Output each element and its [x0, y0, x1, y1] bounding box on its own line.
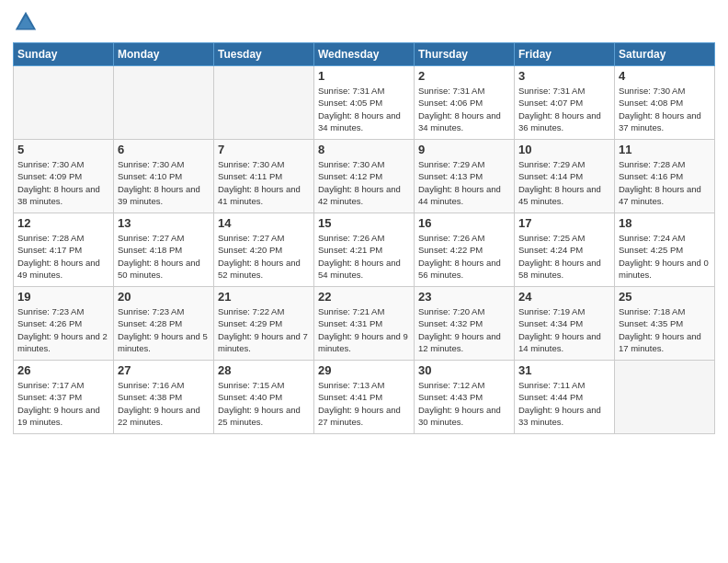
day-number: 19: [17, 290, 109, 304]
day-number: 12: [17, 216, 109, 230]
day-info: Sunrise: 7:19 AM Sunset: 4:34 PM Dayligh…: [518, 305, 610, 354]
day-number: 30: [418, 363, 510, 377]
day-info: Sunrise: 7:13 AM Sunset: 4:41 PM Dayligh…: [318, 379, 410, 428]
calendar-cell: 3Sunrise: 7:31 AM Sunset: 4:07 PM Daylig…: [515, 66, 615, 140]
calendar-cell: 24Sunrise: 7:19 AM Sunset: 4:34 PM Dayli…: [515, 287, 615, 361]
calendar-cell: 11Sunrise: 7:28 AM Sunset: 4:16 PM Dayli…: [615, 140, 715, 213]
calendar-cell: [114, 66, 214, 140]
calendar-cell: 8Sunrise: 7:30 AM Sunset: 4:12 PM Daylig…: [314, 140, 415, 213]
calendar-cell: 15Sunrise: 7:26 AM Sunset: 4:21 PM Dayli…: [314, 213, 415, 287]
day-number: 3: [518, 69, 610, 83]
calendar-cell: [615, 361, 715, 434]
day-number: 21: [218, 290, 310, 304]
day-number: 7: [218, 143, 310, 156]
calendar-cell: 27Sunrise: 7:16 AM Sunset: 4:38 PM Dayli…: [114, 361, 214, 434]
day-number: 28: [218, 363, 310, 377]
day-number: 25: [619, 290, 711, 304]
header: [13, 9, 715, 35]
calendar-cell: 2Sunrise: 7:31 AM Sunset: 4:06 PM Daylig…: [415, 66, 515, 140]
day-number: 13: [118, 216, 210, 230]
calendar-week-row: 12Sunrise: 7:28 AM Sunset: 4:17 PM Dayli…: [14, 213, 715, 287]
calendar-cell: 13Sunrise: 7:27 AM Sunset: 4:18 PM Dayli…: [114, 213, 214, 287]
calendar-cell: 22Sunrise: 7:21 AM Sunset: 4:31 PM Dayli…: [314, 287, 415, 361]
calendar-cell: 30Sunrise: 7:12 AM Sunset: 4:43 PM Dayli…: [415, 361, 515, 434]
day-info: Sunrise: 7:12 AM Sunset: 4:43 PM Dayligh…: [418, 379, 510, 428]
day-info: Sunrise: 7:26 AM Sunset: 4:21 PM Dayligh…: [318, 232, 410, 281]
calendar-cell: 17Sunrise: 7:25 AM Sunset: 4:24 PM Dayli…: [515, 213, 615, 287]
day-number: 29: [318, 363, 410, 377]
day-info: Sunrise: 7:30 AM Sunset: 4:11 PM Dayligh…: [218, 158, 310, 207]
calendar-cell: 31Sunrise: 7:11 AM Sunset: 4:44 PM Dayli…: [515, 361, 615, 434]
day-info: Sunrise: 7:25 AM Sunset: 4:24 PM Dayligh…: [518, 232, 610, 281]
day-info: Sunrise: 7:30 AM Sunset: 4:12 PM Dayligh…: [318, 158, 410, 207]
calendar-day-header: Saturday: [615, 43, 715, 66]
day-number: 9: [418, 143, 510, 156]
calendar-cell: [214, 66, 314, 140]
calendar-cell: 14Sunrise: 7:27 AM Sunset: 4:20 PM Dayli…: [214, 213, 314, 287]
calendar-day-header: Thursday: [415, 43, 515, 66]
day-number: 10: [518, 143, 610, 156]
day-number: 31: [518, 363, 610, 377]
calendar-cell: 19Sunrise: 7:23 AM Sunset: 4:26 PM Dayli…: [14, 287, 114, 361]
day-info: Sunrise: 7:29 AM Sunset: 4:14 PM Dayligh…: [518, 158, 610, 207]
calendar-cell: 29Sunrise: 7:13 AM Sunset: 4:41 PM Dayli…: [314, 361, 415, 434]
calendar-cell: 20Sunrise: 7:23 AM Sunset: 4:28 PM Dayli…: [114, 287, 214, 361]
calendar-cell: 26Sunrise: 7:17 AM Sunset: 4:37 PM Dayli…: [14, 361, 114, 434]
calendar-cell: 23Sunrise: 7:20 AM Sunset: 4:32 PM Dayli…: [415, 287, 515, 361]
calendar-week-row: 1Sunrise: 7:31 AM Sunset: 4:05 PM Daylig…: [14, 66, 715, 140]
day-info: Sunrise: 7:23 AM Sunset: 4:26 PM Dayligh…: [17, 305, 109, 354]
calendar-cell: 18Sunrise: 7:24 AM Sunset: 4:25 PM Dayli…: [615, 213, 715, 287]
calendar-day-header: Sunday: [14, 43, 114, 66]
day-info: Sunrise: 7:28 AM Sunset: 4:16 PM Dayligh…: [619, 158, 711, 207]
day-number: 14: [218, 216, 310, 230]
day-info: Sunrise: 7:16 AM Sunset: 4:38 PM Dayligh…: [118, 379, 210, 428]
calendar-header-row: SundayMondayTuesdayWednesdayThursdayFrid…: [14, 43, 715, 66]
day-info: Sunrise: 7:30 AM Sunset: 4:10 PM Dayligh…: [118, 158, 210, 207]
calendar-cell: 12Sunrise: 7:28 AM Sunset: 4:17 PM Dayli…: [14, 213, 114, 287]
calendar-cell: 9Sunrise: 7:29 AM Sunset: 4:13 PM Daylig…: [415, 140, 515, 213]
logo-icon: [13, 9, 39, 35]
day-info: Sunrise: 7:24 AM Sunset: 4:25 PM Dayligh…: [619, 232, 711, 281]
day-number: 27: [118, 363, 210, 377]
page-container: SundayMondayTuesdayWednesdayThursdayFrid…: [0, 0, 728, 563]
calendar-cell: 6Sunrise: 7:30 AM Sunset: 4:10 PM Daylig…: [114, 140, 214, 213]
day-info: Sunrise: 7:22 AM Sunset: 4:29 PM Dayligh…: [218, 305, 310, 354]
day-info: Sunrise: 7:23 AM Sunset: 4:28 PM Dayligh…: [118, 305, 210, 354]
day-info: Sunrise: 7:29 AM Sunset: 4:13 PM Dayligh…: [418, 158, 510, 207]
calendar-day-header: Tuesday: [214, 43, 314, 66]
calendar-week-row: 5Sunrise: 7:30 AM Sunset: 4:09 PM Daylig…: [14, 140, 715, 213]
day-info: Sunrise: 7:18 AM Sunset: 4:35 PM Dayligh…: [619, 305, 711, 354]
calendar-cell: 4Sunrise: 7:30 AM Sunset: 4:08 PM Daylig…: [615, 66, 715, 140]
day-number: 2: [418, 69, 510, 83]
day-number: 24: [518, 290, 610, 304]
day-number: 26: [17, 363, 109, 377]
day-info: Sunrise: 7:20 AM Sunset: 4:32 PM Dayligh…: [418, 305, 510, 354]
calendar-day-header: Monday: [114, 43, 214, 66]
day-info: Sunrise: 7:27 AM Sunset: 4:20 PM Dayligh…: [218, 232, 310, 281]
day-info: Sunrise: 7:21 AM Sunset: 4:31 PM Dayligh…: [318, 305, 410, 354]
calendar-cell: 16Sunrise: 7:26 AM Sunset: 4:22 PM Dayli…: [415, 213, 515, 287]
day-info: Sunrise: 7:26 AM Sunset: 4:22 PM Dayligh…: [418, 232, 510, 281]
calendar-cell: 21Sunrise: 7:22 AM Sunset: 4:29 PM Dayli…: [214, 287, 314, 361]
day-info: Sunrise: 7:31 AM Sunset: 4:06 PM Dayligh…: [418, 85, 510, 133]
day-number: 20: [118, 290, 210, 304]
day-number: 17: [518, 216, 610, 230]
calendar-cell: 7Sunrise: 7:30 AM Sunset: 4:11 PM Daylig…: [214, 140, 314, 213]
day-number: 15: [318, 216, 410, 230]
calendar-day-header: Friday: [515, 43, 615, 66]
day-info: Sunrise: 7:27 AM Sunset: 4:18 PM Dayligh…: [118, 232, 210, 281]
calendar-table: SundayMondayTuesdayWednesdayThursdayFrid…: [13, 42, 715, 434]
day-number: 23: [418, 290, 510, 304]
day-info: Sunrise: 7:30 AM Sunset: 4:09 PM Dayligh…: [17, 158, 109, 207]
day-info: Sunrise: 7:17 AM Sunset: 4:37 PM Dayligh…: [17, 379, 109, 428]
day-number: 18: [619, 216, 711, 230]
calendar-cell: [14, 66, 114, 140]
calendar-day-header: Wednesday: [314, 43, 415, 66]
day-info: Sunrise: 7:15 AM Sunset: 4:40 PM Dayligh…: [218, 379, 310, 428]
calendar-cell: 5Sunrise: 7:30 AM Sunset: 4:09 PM Daylig…: [14, 140, 114, 213]
calendar-cell: 10Sunrise: 7:29 AM Sunset: 4:14 PM Dayli…: [515, 140, 615, 213]
day-number: 8: [318, 143, 410, 156]
day-number: 4: [619, 69, 711, 83]
day-info: Sunrise: 7:30 AM Sunset: 4:08 PM Dayligh…: [619, 85, 711, 133]
day-info: Sunrise: 7:28 AM Sunset: 4:17 PM Dayligh…: [17, 232, 109, 281]
